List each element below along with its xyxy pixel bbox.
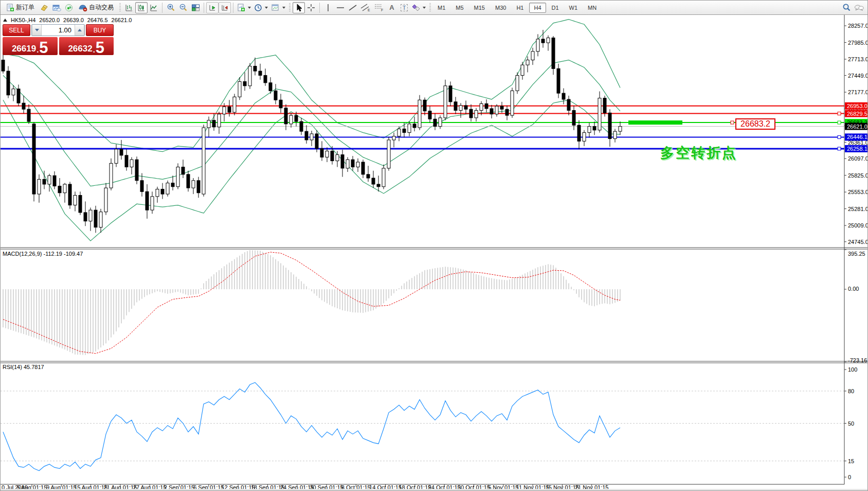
line-chart-button[interactable] — [148, 2, 160, 13]
toolbar-grip[interactable] — [429, 3, 431, 12]
candle-body — [449, 86, 452, 102]
candle-body — [444, 86, 447, 118]
candle-body — [79, 195, 82, 212]
chart-shift-button[interactable] — [219, 2, 231, 13]
candle-body — [562, 93, 565, 99]
toolbar-separator — [233, 3, 233, 13]
candle-body — [567, 99, 570, 111]
timeframe-m15[interactable]: M15 — [469, 3, 490, 13]
candle-body — [212, 120, 215, 127]
tile-windows-button[interactable] — [189, 2, 202, 13]
timeframe-m5[interactable]: M5 — [451, 3, 468, 13]
candle-body — [192, 181, 195, 188]
buy-button[interactable]: BUY — [86, 24, 114, 36]
zoom-out-button[interactable] — [177, 2, 189, 13]
price-tag-26683[interactable]: 26683.2 — [735, 118, 775, 130]
candle-body — [310, 134, 313, 140]
ohlc-open: 26520.0 — [39, 17, 60, 23]
search-button[interactable] — [840, 2, 853, 13]
auto-trading-icon — [79, 4, 87, 12]
toolbar-grip[interactable] — [119, 3, 121, 12]
line-marker[interactable] — [838, 147, 841, 150]
timeframe-m1[interactable]: M1 — [433, 3, 450, 13]
candle-body — [331, 151, 334, 161]
sell-button[interactable]: SELL — [3, 24, 30, 36]
candlestick-chart-button[interactable] — [135, 2, 148, 13]
signal-button[interactable] — [63, 2, 75, 13]
candle-body — [63, 184, 66, 193]
chat-button[interactable] — [853, 2, 865, 13]
zoom-in-button[interactable] — [165, 2, 177, 13]
timeframe-w1[interactable]: W1 — [565, 3, 583, 13]
candle-body — [341, 155, 344, 168]
shapes-button[interactable] — [410, 2, 427, 13]
charts-window-button[interactable] — [50, 2, 63, 13]
label-anchor-marker[interactable] — [731, 121, 734, 124]
turning-point-annotation: 多空转折点 — [660, 144, 737, 162]
timeframe-h1[interactable]: H1 — [512, 3, 528, 13]
candle-body — [176, 167, 179, 186]
bar-chart-button[interactable] — [123, 2, 135, 13]
ohlc-low: 26476.5 — [87, 17, 108, 23]
candle-body — [254, 66, 257, 72]
candle-body — [110, 163, 113, 188]
candle-body — [326, 151, 329, 157]
candle-body — [259, 71, 262, 75]
volume-increase-button[interactable] — [75, 25, 84, 36]
auto-trading-button[interactable]: 自动交易 — [75, 2, 117, 13]
eraser-button[interactable] — [38, 2, 50, 13]
crosshair-button[interactable] — [305, 2, 317, 13]
timeframe-d1[interactable]: D1 — [547, 3, 564, 13]
horizontal-line-button[interactable] — [334, 2, 347, 13]
price-tick-label: 27985.0 — [848, 40, 868, 46]
candle-body — [439, 118, 442, 127]
level-price-label: 26621.0 — [847, 124, 867, 130]
indicators-button[interactable] — [236, 2, 252, 13]
text-button[interactable]: A — [386, 2, 398, 13]
candle-body — [104, 188, 107, 212]
window-bottom-edge — [1, 489, 867, 490]
triangle-down-icon — [35, 29, 39, 31]
candle-body — [295, 115, 298, 121]
candle-body — [166, 183, 169, 195]
timeframe-mn[interactable]: MN — [583, 3, 601, 13]
sell-price-display[interactable]: 26619 . 5 — [3, 37, 58, 55]
ohlc-high: 26639.0 — [63, 17, 84, 23]
periods-button[interactable] — [252, 2, 269, 13]
volume-input[interactable]: 1.00 — [42, 25, 75, 36]
text-label-button[interactable]: T — [398, 2, 410, 13]
candle-body — [495, 106, 498, 114]
collapse-arrow-icon[interactable] — [3, 19, 7, 22]
trendline-button[interactable] — [347, 2, 359, 13]
toolbar-grip[interactable] — [289, 3, 291, 12]
price-tick-label: 25553.0 — [848, 189, 868, 195]
auto-scroll-button[interactable] — [206, 2, 219, 13]
channel-button[interactable]: E — [359, 2, 372, 13]
shapes-icon — [412, 4, 420, 12]
fibonacci-button[interactable]: F — [372, 2, 386, 13]
line-marker[interactable] — [838, 112, 841, 115]
chevron-down-icon — [265, 7, 268, 9]
candle-body — [290, 115, 293, 124]
vertical-line-button[interactable] — [322, 2, 334, 13]
line-marker[interactable] — [838, 135, 841, 138]
timeframe-h4[interactable]: H4 — [529, 3, 546, 13]
candle-body — [418, 100, 421, 128]
text-label-icon: T — [401, 4, 408, 11]
price-tick-label: 27449.0 — [848, 73, 868, 79]
new-order-button[interactable]: 新订单 — [3, 2, 38, 13]
templates-button[interactable] — [269, 2, 287, 13]
buy-price-display[interactable]: 26632 . 5 — [59, 37, 114, 55]
thick-level-segment[interactable] — [628, 120, 682, 125]
cursor-button[interactable] — [293, 2, 305, 13]
timeframe-m30[interactable]: M30 — [491, 3, 511, 13]
level-price-label: 26953.0 — [847, 103, 867, 109]
candle-body — [500, 106, 503, 109]
price-tick-label: 25009.0 — [848, 222, 868, 229]
horizontal-line-icon — [336, 4, 345, 12]
line-marker[interactable] — [838, 121, 841, 124]
candle-body — [305, 131, 308, 140]
volume-decrease-button[interactable] — [32, 25, 42, 36]
toolbar: 新订单 — [1, 1, 867, 15]
chart-canvas[interactable]: 28257.027985.027713.027449.027177.026905… — [1, 15, 868, 491]
